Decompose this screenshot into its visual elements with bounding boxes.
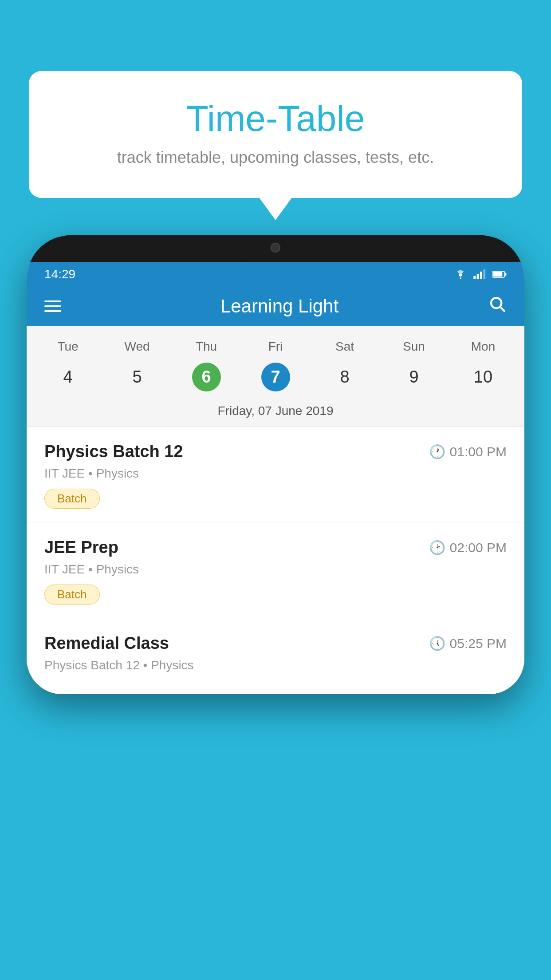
menu-button[interactable] xyxy=(44,300,61,312)
time-value-2: 02:00 PM xyxy=(450,540,507,555)
item-time-1: 🕐 01:00 PM xyxy=(429,444,507,459)
signal-icon xyxy=(473,269,487,279)
calendar-strip: Tue Wed Thu Fri Sat Sun Mon 4 5 xyxy=(27,326,524,427)
date-8[interactable]: 8 xyxy=(310,360,379,394)
day-fri: Fri xyxy=(241,335,310,358)
info-bubble: Time-Table track timetable, upcoming cla… xyxy=(29,71,522,198)
notch xyxy=(231,235,320,260)
svg-rect-2 xyxy=(480,271,482,279)
app-title: Learning Light xyxy=(83,296,476,317)
day-wed: Wed xyxy=(102,335,172,358)
date-6-today[interactable]: 6 xyxy=(172,360,241,394)
search-button[interactable] xyxy=(489,296,507,317)
status-time: 14:29 xyxy=(44,267,75,281)
status-bar: 14:29 xyxy=(27,262,524,286)
schedule-item-3[interactable]: Remedial Class 🕔 05:25 PM Physics Batch … xyxy=(27,618,524,694)
bubble-title: Time-Table xyxy=(51,98,500,139)
item-title-2: JEE Prep xyxy=(44,538,118,557)
batch-tag-1: Batch xyxy=(44,489,100,509)
schedule-list: Physics Batch 12 🕐 01:00 PM IIT JEE • Ph… xyxy=(27,427,524,694)
day-thu: Thu xyxy=(172,335,241,358)
svg-rect-0 xyxy=(473,276,476,279)
item-subtitle-1: IIT JEE • Physics xyxy=(44,466,507,481)
svg-rect-6 xyxy=(493,272,503,276)
item-subtitle-3: Physics Batch 12 • Physics xyxy=(44,658,507,672)
date-9[interactable]: 9 xyxy=(379,360,449,394)
item-title-1: Physics Batch 12 xyxy=(44,442,183,461)
day-tue: Tue xyxy=(33,335,102,358)
item-time-3: 🕔 05:25 PM xyxy=(429,636,507,651)
wifi-icon xyxy=(453,269,468,279)
item-time-2: 🕑 02:00 PM xyxy=(429,540,507,555)
selected-date-label: Friday, 07 June 2019 xyxy=(27,400,524,427)
batch-tag-2: Batch xyxy=(44,585,100,605)
phone-frame: 14:29 xyxy=(27,235,524,694)
clock-icon-1: 🕐 xyxy=(429,444,445,459)
bubble-subtitle: track timetable, upcoming classes, tests… xyxy=(51,148,500,167)
time-value-3: 05:25 PM xyxy=(450,636,507,651)
date-10[interactable]: 10 xyxy=(449,360,518,394)
phone-top-bar xyxy=(27,235,524,262)
svg-rect-5 xyxy=(505,273,506,276)
clock-icon-3: 🕔 xyxy=(429,636,445,651)
phone-mockup: 14:29 xyxy=(27,235,524,980)
svg-rect-1 xyxy=(477,273,479,279)
item-header-1: Physics Batch 12 🕐 01:00 PM xyxy=(44,442,507,461)
day-sun: Sun xyxy=(379,335,449,358)
screen-content: 14:29 xyxy=(27,262,524,694)
dates-row: 4 5 6 7 8 9 xyxy=(27,358,524,400)
status-icons xyxy=(453,269,507,279)
day-sat: Sat xyxy=(310,335,379,358)
svg-rect-3 xyxy=(483,269,485,279)
item-title-3: Remedial Class xyxy=(44,634,169,653)
date-5[interactable]: 5 xyxy=(102,360,172,394)
app-header: Learning Light xyxy=(27,286,524,326)
svg-line-8 xyxy=(500,307,504,311)
day-mon: Mon xyxy=(449,335,518,358)
camera xyxy=(271,243,280,253)
schedule-item-1[interactable]: Physics Batch 12 🕐 01:00 PM IIT JEE • Ph… xyxy=(27,427,524,522)
item-header-2: JEE Prep 🕑 02:00 PM xyxy=(44,538,507,557)
days-header: Tue Wed Thu Fri Sat Sun Mon xyxy=(27,335,524,358)
item-subtitle-2: IIT JEE • Physics xyxy=(44,562,507,577)
date-7-selected[interactable]: 7 xyxy=(241,360,310,394)
battery-icon xyxy=(492,269,507,279)
date-4[interactable]: 4 xyxy=(33,360,102,394)
clock-icon-2: 🕑 xyxy=(429,540,445,555)
time-value-1: 01:00 PM xyxy=(450,444,507,459)
item-header-3: Remedial Class 🕔 05:25 PM xyxy=(44,634,507,653)
schedule-item-2[interactable]: JEE Prep 🕑 02:00 PM IIT JEE • Physics Ba… xyxy=(27,522,524,618)
